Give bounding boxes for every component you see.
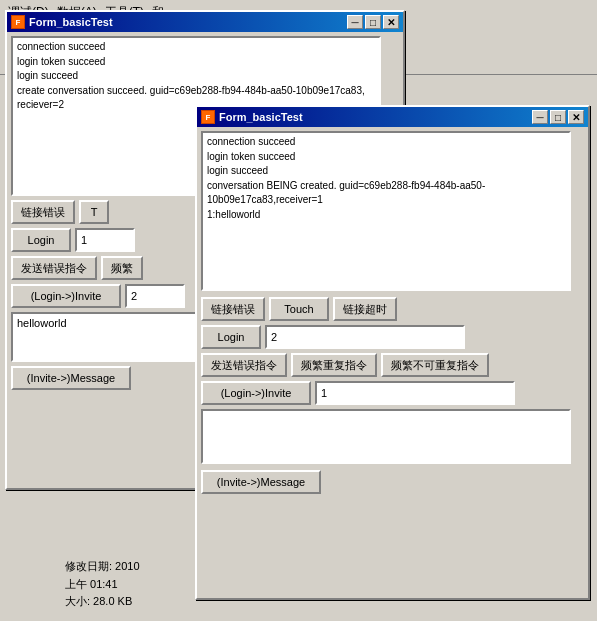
title-bar-1[interactable]: F Form_basicTest ─ □ ✕ xyxy=(7,12,403,32)
btn-row-message-2: (Invite->)Message xyxy=(201,470,584,494)
title-bar-2[interactable]: F Form_basicTest ─ □ ✕ xyxy=(197,107,588,127)
log-line-2-3: login succeed xyxy=(207,164,565,179)
window-body-2: connection succeed login token succeed l… xyxy=(197,127,588,502)
login-input-2[interactable] xyxy=(265,325,465,349)
btn-row-login-2: Login xyxy=(201,325,584,349)
file-size: 大小: 28.0 KB xyxy=(65,593,180,611)
log-line-2-2: login token succeed xyxy=(207,150,565,165)
empty-area-2 xyxy=(201,409,571,464)
btn-row-send-2: 发送错误指令 频繁重复指令 频繁不可重复指令 xyxy=(201,353,584,377)
window-icon-2: F xyxy=(201,110,215,124)
log-line-1-1: connection succeed xyxy=(17,40,375,55)
link-timeout-btn-2[interactable]: 链接超时 xyxy=(333,297,397,321)
title-text-1: F Form_basicTest xyxy=(11,15,113,29)
maximize-btn-2[interactable]: □ xyxy=(550,110,566,124)
login-btn-2[interactable]: Login xyxy=(201,325,261,349)
send-error-btn-1[interactable]: 发送错误指令 xyxy=(11,256,97,280)
file-info: 修改日期: 2010 上午 01:41 大小: 28.0 KB xyxy=(65,558,180,611)
invite-input-2[interactable] xyxy=(315,381,515,405)
window-basic-test-2: F Form_basicTest ─ □ ✕ connection succee… xyxy=(195,105,590,600)
freq-repeat-btn-2[interactable]: 频繁重复指令 xyxy=(291,353,377,377)
log-line-1-3: login succeed xyxy=(17,69,375,84)
invite-input-1[interactable] xyxy=(125,284,185,308)
file-time: 上午 01:41 xyxy=(65,576,180,594)
touch-btn-2[interactable]: Touch xyxy=(269,297,329,321)
close-btn-1[interactable]: ✕ xyxy=(383,15,399,29)
login-btn-1[interactable]: Login xyxy=(11,228,71,252)
log-area-2: connection succeed login token succeed l… xyxy=(201,131,571,291)
invite-btn-1[interactable]: (Login->)Invite xyxy=(11,284,121,308)
window-icon-1: F xyxy=(11,15,25,29)
log-line-1-2: login token succeed xyxy=(17,55,375,70)
log-line-2-1: connection succeed xyxy=(207,135,565,150)
login-input-1[interactable] xyxy=(75,228,135,252)
maximize-btn-1[interactable]: □ xyxy=(365,15,381,29)
log-line-2-5: 1:helloworld xyxy=(207,208,565,223)
title-text-2: F Form_basicTest xyxy=(201,110,303,124)
close-btn-2[interactable]: ✕ xyxy=(568,110,584,124)
log-line-2-4: conversation BEING created. guid=c69eb28… xyxy=(207,179,565,208)
invite-btn-2[interactable]: (Login->)Invite xyxy=(201,381,311,405)
touch-btn-1[interactable]: T xyxy=(79,200,109,224)
minimize-btn-1[interactable]: ─ xyxy=(347,15,363,29)
title-buttons-1: ─ □ ✕ xyxy=(347,15,399,29)
freq-no-repeat-btn-2[interactable]: 频繁不可重复指令 xyxy=(381,353,489,377)
title-buttons-2: ─ □ ✕ xyxy=(532,110,584,124)
message-btn-2[interactable]: (Invite->)Message xyxy=(201,470,321,494)
btn-row-link-2: 链接错误 Touch 链接超时 xyxy=(201,297,584,321)
btn-row-invite-2: (Login->)Invite xyxy=(201,381,584,405)
file-modified: 修改日期: 2010 xyxy=(65,558,180,576)
message-btn-1[interactable]: (Invite->)Message xyxy=(11,366,131,390)
link-error-btn-1[interactable]: 链接错误 xyxy=(11,200,75,224)
send-error-btn-2[interactable]: 发送错误指令 xyxy=(201,353,287,377)
link-error-btn-2[interactable]: 链接错误 xyxy=(201,297,265,321)
minimize-btn-2[interactable]: ─ xyxy=(532,110,548,124)
freq-btn-1[interactable]: 频繁 xyxy=(101,256,143,280)
